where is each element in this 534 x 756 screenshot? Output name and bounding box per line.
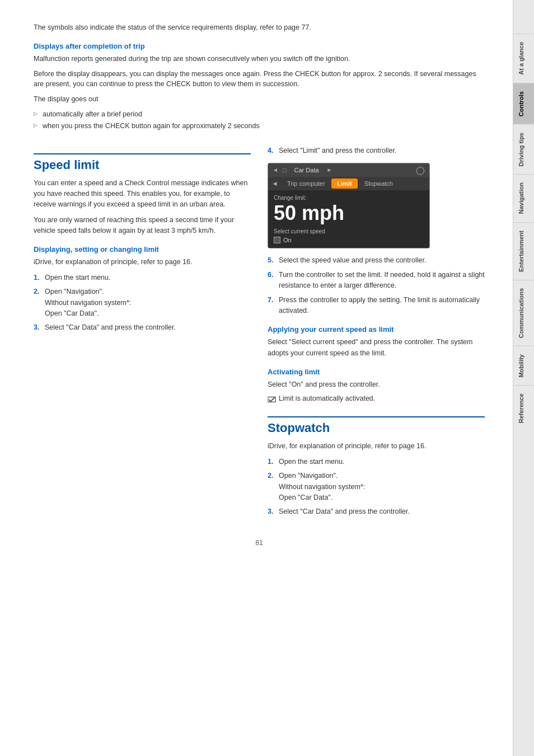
activating-title: Activating limit <box>268 368 485 376</box>
tab-trip-computer: Trip computer <box>282 179 330 189</box>
step-3: 3. Select "Car Data" and press the contr… <box>34 322 251 333</box>
step-6: 6. Turn the controller to set the limit.… <box>268 270 485 292</box>
on-checkbox <box>274 237 280 243</box>
step-4: 4. Select "Limit" and press the controll… <box>268 145 485 156</box>
display-goes-out: The display goes out <box>34 94 485 105</box>
applying-text: Select "Select current speed" and press … <box>268 337 485 359</box>
sw-step-3: 3. Select "Car Data" and press the contr… <box>268 506 485 517</box>
activating-text1: Select "On" and press the controller. <box>268 379 485 390</box>
sidebar-tab-entertainment[interactable]: Entertainment <box>513 222 535 280</box>
speed-limit-intro2: You are only warned of reaching this spe… <box>34 215 251 237</box>
change-limit-label: Change limit: <box>274 195 424 201</box>
sw-step-1: 1. Open the start menu. <box>268 457 485 467</box>
page-number: 81 <box>34 539 485 547</box>
sidebar-tab-driving-tips[interactable]: Driving tips <box>513 124 535 175</box>
sidebar-tab-at-a-glance[interactable]: At a glance <box>513 34 535 83</box>
step-5: 5. Select the speed value and press the … <box>268 255 485 266</box>
displays-para1: Malfunction reports generated during the… <box>34 54 485 64</box>
check-icon <box>268 395 277 403</box>
widget-header: ◄ □ Car Data ► ◯ <box>268 163 429 177</box>
header-icon: □ <box>283 167 287 173</box>
displaying-title: Displaying, setting or changing limit <box>34 245 251 253</box>
displays-title: Displays after completion of trip <box>34 42 485 50</box>
widget-body: Change limit: 50 mph Select current spee… <box>268 190 429 248</box>
speed-limit-intro: You can enter a speed and a Check Contro… <box>34 178 251 210</box>
sidebar: At a glance Controls Driving tips Naviga… <box>513 0 534 756</box>
sidebar-tab-communications[interactable]: Communications <box>513 280 535 346</box>
activating-text2: Limit is automatically activated. <box>279 395 375 402</box>
activating-note: Limit is automatically activated. <box>268 395 485 403</box>
widget-tabs: ◄ Trip computer Limit Stopwatch <box>268 177 429 190</box>
car-data-widget: ◄ □ Car Data ► ◯ ◄ Trip computer Limit S… <box>268 163 430 249</box>
displaying-steps: 1. Open the start menu. 2. Open "Navigat… <box>34 273 251 334</box>
step-7: 7. Press the controller to apply the set… <box>268 295 485 317</box>
header-icon2: ◯ <box>416 166 425 175</box>
stopwatch-intro: iDrive, for explanation of principle, re… <box>268 441 485 452</box>
header-arrow-right: ► <box>327 167 332 173</box>
top-text: The symbols also indicate the status of … <box>34 22 485 33</box>
displays-para2: Before the display disappears, you can d… <box>34 69 485 90</box>
bullet-2: when you press the CHECK button again fo… <box>34 121 485 132</box>
on-label: On <box>283 237 292 243</box>
sidebar-tab-reference[interactable]: Reference <box>513 385 535 431</box>
sidebar-tab-mobility[interactable]: Mobility <box>513 346 535 386</box>
step-2: 2. Open "Navigation".Without navigation … <box>34 287 251 319</box>
header-title: Car Data <box>294 167 319 173</box>
displaying-text: iDrive, for explanation of principle, re… <box>34 257 251 267</box>
step-1: 1. Open the start menu. <box>34 273 251 283</box>
right-steps-5-7: 5. Select the speed value and press the … <box>268 255 485 316</box>
right-steps: 4. Select "Limit" and press the controll… <box>268 143 485 156</box>
sw-step-2: 2. Open "Navigation".Without navigation … <box>268 471 485 503</box>
tab-arrow: ◄ <box>271 180 278 187</box>
tab-limit: Limit <box>331 179 357 189</box>
speed-limit-heading: Speed limit <box>34 153 251 172</box>
displays-bullets: automatically after a brief period when … <box>34 109 485 132</box>
select-speed-label: Select current speed <box>274 228 424 234</box>
applying-title: Applying your current speed as limit <box>268 325 485 334</box>
tab-stopwatch: Stopwatch <box>359 179 399 189</box>
limit-value: 50 mph <box>274 202 424 224</box>
on-option: On <box>274 237 424 243</box>
bullet-1: automatically after a brief period <box>34 109 485 120</box>
sidebar-tab-navigation[interactable]: Navigation <box>513 174 535 222</box>
stopwatch-heading: Stopwatch <box>268 416 485 435</box>
header-arrow-left: ◄ <box>273 167 278 173</box>
sidebar-tab-controls[interactable]: Controls <box>513 83 535 124</box>
stopwatch-steps: 1. Open the start menu. 2. Open "Navigat… <box>268 457 485 518</box>
